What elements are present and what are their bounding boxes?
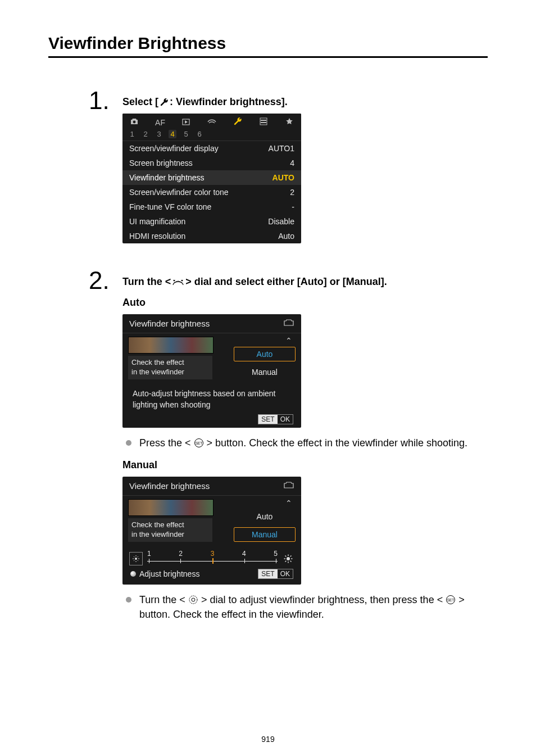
svg-line-20	[290, 561, 292, 562]
row-value: 2	[290, 188, 294, 197]
row-label: Screen/viewfinder color tone	[129, 188, 229, 197]
svg-point-5	[135, 558, 137, 560]
row-label: Viewfinder brightness	[129, 173, 205, 182]
tab-play-icon	[180, 118, 192, 127]
tab-network-icon	[206, 118, 218, 127]
row-value: Auto	[278, 232, 294, 241]
scroll-up-icon: ⌃	[234, 500, 296, 506]
menu-screenshot: AF	[122, 114, 301, 243]
vf-auto-title: Viewfinder brightness	[129, 319, 210, 328]
auto-bullet-post: > button. Check the effect in the viewfi…	[207, 437, 467, 449]
step-2-label: Turn the < > dial and select either [Aut…	[122, 276, 488, 288]
option-manual: Manual	[234, 527, 296, 542]
row-screen-brightness: Screen brightness 4	[122, 156, 301, 170]
step-2: 2. Turn the < > dial and select either […	[48, 271, 488, 622]
row-value: Disable	[268, 217, 294, 226]
auto-heading: Auto	[122, 297, 488, 309]
slider-val-3: 3	[211, 550, 215, 558]
svg-text:SET: SET	[195, 441, 202, 445]
slider-val-5: 5	[274, 550, 278, 558]
svg-rect-2	[260, 118, 267, 125]
subtab-3: 3	[155, 130, 163, 138]
subtab-1: 1	[128, 130, 136, 138]
menu-tabbar: AF	[122, 114, 301, 129]
svg-line-11	[138, 560, 138, 561]
scroll-up-icon: ⌃	[234, 338, 296, 343]
preview-thumbnail	[128, 499, 214, 516]
page-number: 919	[0, 735, 536, 744]
check-line2: in the viewfinder	[131, 368, 209, 377]
adjust-label: Adjust brightness	[139, 569, 199, 578]
row-viewfinder-brightness: Viewfinder brightness AUTO	[122, 170, 301, 185]
auto-bullet-pre: Press the <	[139, 437, 194, 449]
tab-custom-icon	[257, 117, 270, 127]
subtab-2: 2	[142, 130, 149, 138]
step1-post: : Viewfinder brightness].	[170, 96, 288, 108]
row-value: AUTO1	[269, 144, 294, 153]
svg-line-19	[285, 556, 287, 557]
row-label: Screen/viewfinder display	[129, 144, 219, 153]
set-button-icon: SET	[194, 438, 204, 448]
check-line1: Check the effect	[131, 520, 209, 530]
slider-val-4: 4	[242, 550, 246, 558]
check-text: Check the effect in the viewfinder	[128, 518, 212, 542]
title-rule	[48, 56, 488, 58]
set-ok-badge: SET OK	[258, 414, 293, 424]
brightness-slider: 1 2 3 4 5	[122, 545, 301, 568]
row-value: AUTO	[272, 173, 294, 182]
set-ok-badge: SET OK	[258, 569, 293, 579]
row-label: Fine-tune VF color tone	[129, 202, 211, 211]
svg-line-10	[134, 556, 134, 557]
svg-point-14	[287, 557, 290, 560]
check-line1: Check the effect	[131, 358, 209, 368]
svg-point-23	[189, 596, 197, 604]
row-label: Screen brightness	[129, 159, 193, 168]
subtab-4: 4	[169, 130, 176, 138]
step2-pre: Turn the <	[122, 276, 171, 288]
svg-line-12	[134, 560, 134, 561]
slider-val-2: 2	[179, 550, 183, 558]
subtab-6: 6	[196, 130, 203, 138]
wrench-icon	[160, 98, 169, 107]
quick-dial-icon	[130, 571, 136, 577]
step2-mid: > dial and select either [Auto] or [Manu…	[185, 276, 387, 288]
option-auto: Auto	[234, 347, 296, 361]
row-screen-vf-display: Screen/viewfinder display AUTO1	[122, 141, 301, 156]
step1-pre: Select [	[122, 96, 158, 108]
tab-camera-icon	[128, 117, 140, 127]
row-color-tone: Screen/viewfinder color tone 2	[122, 185, 301, 200]
step-1-number: 1.	[48, 88, 122, 113]
row-ui-mag: UI magnification Disable	[122, 214, 301, 229]
set-label: SET	[258, 415, 277, 424]
step-1-label: Select [ : Viewfinder brightness].	[122, 96, 488, 108]
menu-subtabs: 1 2 3 4 5 6	[122, 129, 301, 141]
tab-star-icon	[283, 117, 296, 127]
ok-label: OK	[278, 415, 293, 424]
slider-val-1: 1	[147, 550, 151, 558]
option-manual: Manual	[234, 365, 296, 379]
row-fine-tune: Fine-tune VF color tone -	[122, 200, 301, 214]
row-label: UI magnification	[129, 217, 185, 226]
row-value: 4	[290, 159, 294, 168]
camera-body-icon	[283, 319, 294, 328]
manual-heading: Manual	[122, 459, 488, 471]
brightness-high-icon	[282, 554, 294, 565]
preview-thumbnail	[128, 337, 214, 354]
set-button-icon: SET	[446, 595, 456, 605]
camera-body-icon	[283, 481, 294, 491]
slider-track	[146, 559, 279, 563]
check-line2: in the viewfinder	[131, 530, 209, 540]
vf-auto-screenshot: Viewfinder brightness Check the effect i…	[122, 314, 301, 428]
vf-manual-screenshot: Viewfinder brightness Check the effect i…	[122, 477, 301, 585]
row-value: -	[292, 202, 294, 211]
main-dial-icon	[172, 278, 184, 287]
svg-line-13	[138, 556, 138, 557]
step-2-number: 2.	[48, 268, 122, 293]
step-1: 1. Select [ : Viewfinder brightness]. AF	[48, 92, 488, 249]
vf-manual-title: Viewfinder brightness	[129, 481, 210, 491]
check-text: Check the effect in the viewfinder	[128, 356, 212, 379]
brightness-low-icon	[129, 552, 143, 565]
svg-point-24	[192, 598, 195, 601]
bullet-dot-icon	[126, 440, 131, 446]
svg-text:SET: SET	[447, 598, 455, 602]
